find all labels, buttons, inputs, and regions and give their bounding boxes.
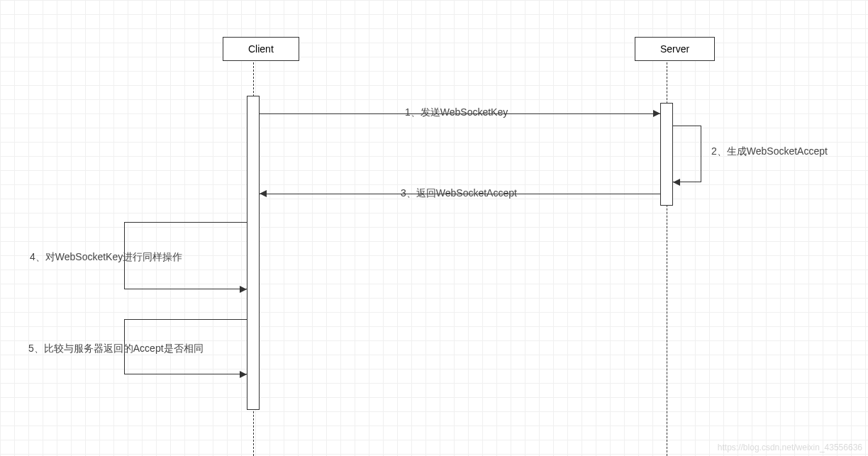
- msg1-label: 1、发送WebSocketKey: [405, 106, 508, 119]
- msg1-arrow: [653, 110, 660, 117]
- watermark: https://blog.csdn.net/weixin_43556636: [718, 443, 862, 452]
- actor-server: Server: [635, 37, 715, 61]
- msg4-arrow: [240, 286, 247, 293]
- activation-client: [247, 96, 260, 410]
- actor-client: Client: [223, 37, 299, 61]
- msg2-label: 2、生成WebSocketAccept: [711, 145, 828, 158]
- activation-server: [660, 103, 673, 206]
- msg2-loop: [673, 126, 701, 182]
- msg3-label: 3、返回WebSocketAccept: [401, 187, 517, 200]
- msg4-label: 4、对WebSocketKey进行同样操作: [30, 251, 182, 264]
- msg5-label: 5、比较与服务器返回的Accept是否相同: [28, 343, 204, 355]
- msg2-arrow: [673, 179, 680, 186]
- msg3-arrow: [260, 190, 267, 197]
- msg5-arrow: [240, 371, 247, 378]
